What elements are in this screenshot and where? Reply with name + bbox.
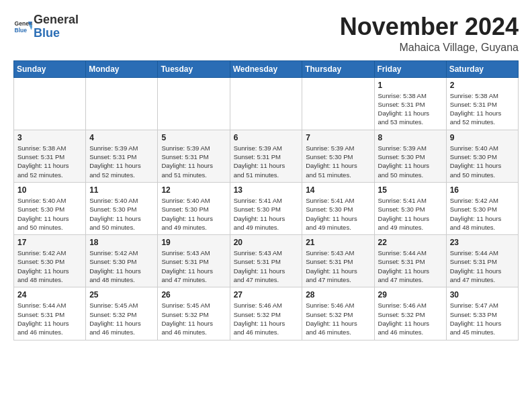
day-info: Sunrise: 5:40 AM Sunset: 5:30 PM Dayligh… — [450, 144, 515, 179]
calendar-cell: 30Sunrise: 5:47 AM Sunset: 5:33 PM Dayli… — [446, 287, 518, 340]
day-number: 27 — [234, 290, 299, 300]
day-number: 16 — [450, 185, 515, 195]
calendar-cell: 1Sunrise: 5:38 AM Sunset: 5:31 PM Daylig… — [374, 77, 446, 130]
logo-text: General Blue — [34, 13, 79, 40]
calendar-cell: 2Sunrise: 5:38 AM Sunset: 5:31 PM Daylig… — [446, 77, 518, 130]
calendar-cell: 18Sunrise: 5:42 AM Sunset: 5:30 PM Dayli… — [86, 235, 158, 287]
calendar-cell: 13Sunrise: 5:41 AM Sunset: 5:30 PM Dayli… — [230, 182, 302, 234]
day-info: Sunrise: 5:42 AM Sunset: 5:30 PM Dayligh… — [17, 248, 82, 284]
header: General Blue General Blue November 2024 … — [13, 13, 519, 54]
day-number: 4 — [89, 133, 154, 142]
day-number: 25 — [89, 290, 154, 300]
calendar-header-sunday: Sunday — [14, 60, 86, 77]
calendar-cell: 28Sunrise: 5:46 AM Sunset: 5:32 PM Dayli… — [302, 287, 374, 340]
day-number: 21 — [306, 238, 370, 247]
day-number: 30 — [450, 290, 515, 300]
day-info: Sunrise: 5:43 AM Sunset: 5:31 PM Dayligh… — [234, 248, 299, 284]
day-number: 3 — [17, 133, 82, 142]
calendar-cell: 24Sunrise: 5:44 AM Sunset: 5:31 PM Dayli… — [14, 287, 86, 340]
day-number: 19 — [161, 238, 226, 247]
day-number: 29 — [378, 290, 443, 300]
day-info: Sunrise: 5:40 AM Sunset: 5:30 PM Dayligh… — [17, 196, 82, 232]
calendar-cell — [86, 77, 158, 130]
calendar-cell: 8Sunrise: 5:39 AM Sunset: 5:30 PM Daylig… — [374, 130, 446, 182]
calendar-cell: 3Sunrise: 5:38 AM Sunset: 5:31 PM Daylig… — [14, 130, 86, 182]
day-info: Sunrise: 5:38 AM Sunset: 5:31 PM Dayligh… — [450, 91, 515, 127]
day-number: 23 — [450, 238, 515, 247]
day-info: Sunrise: 5:45 AM Sunset: 5:32 PM Dayligh… — [89, 301, 154, 336]
day-number: 20 — [234, 238, 299, 247]
day-info: Sunrise: 5:40 AM Sunset: 5:30 PM Dayligh… — [161, 196, 226, 232]
day-number: 24 — [17, 290, 82, 300]
day-info: Sunrise: 5:40 AM Sunset: 5:30 PM Dayligh… — [89, 196, 154, 232]
calendar-week-3: 10Sunrise: 5:40 AM Sunset: 5:30 PM Dayli… — [14, 182, 519, 234]
calendar-cell — [302, 77, 374, 130]
calendar-cell: 27Sunrise: 5:46 AM Sunset: 5:32 PM Dayli… — [230, 287, 302, 340]
day-info: Sunrise: 5:44 AM Sunset: 5:31 PM Dayligh… — [17, 301, 82, 336]
calendar-week-2: 3Sunrise: 5:38 AM Sunset: 5:31 PM Daylig… — [14, 130, 519, 182]
calendar-cell: 23Sunrise: 5:44 AM Sunset: 5:31 PM Dayli… — [446, 235, 518, 287]
calendar-cell: 25Sunrise: 5:45 AM Sunset: 5:32 PM Dayli… — [86, 287, 158, 340]
day-info: Sunrise: 5:41 AM Sunset: 5:30 PM Dayligh… — [234, 196, 299, 232]
calendar-header-thursday: Thursday — [302, 60, 374, 77]
day-number: 13 — [234, 185, 299, 195]
calendar-cell: 17Sunrise: 5:42 AM Sunset: 5:30 PM Dayli… — [14, 235, 86, 287]
day-number: 7 — [306, 133, 370, 142]
day-info: Sunrise: 5:39 AM Sunset: 5:31 PM Dayligh… — [161, 144, 226, 179]
day-info: Sunrise: 5:39 AM Sunset: 5:31 PM Dayligh… — [89, 144, 154, 179]
calendar-cell: 10Sunrise: 5:40 AM Sunset: 5:30 PM Dayli… — [14, 182, 86, 234]
calendar-cell: 15Sunrise: 5:41 AM Sunset: 5:30 PM Dayli… — [374, 182, 446, 234]
day-number: 9 — [450, 133, 515, 142]
day-info: Sunrise: 5:44 AM Sunset: 5:31 PM Dayligh… — [450, 248, 515, 284]
day-info: Sunrise: 5:42 AM Sunset: 5:30 PM Dayligh… — [89, 248, 154, 284]
calendar: SundayMondayTuesdayWednesdayThursdayFrid… — [13, 60, 519, 340]
day-info: Sunrise: 5:38 AM Sunset: 5:31 PM Dayligh… — [378, 91, 443, 127]
logo-icon: General Blue — [13, 17, 32, 36]
calendar-header-friday: Friday — [374, 60, 446, 77]
day-info: Sunrise: 5:39 AM Sunset: 5:30 PM Dayligh… — [378, 144, 443, 179]
title-block: November 2024 Mahaica Village, Guyana — [340, 13, 519, 54]
logo-general: General — [34, 13, 79, 26]
day-info: Sunrise: 5:47 AM Sunset: 5:33 PM Dayligh… — [450, 301, 515, 336]
day-info: Sunrise: 5:46 AM Sunset: 5:32 PM Dayligh… — [234, 301, 299, 336]
calendar-cell: 19Sunrise: 5:43 AM Sunset: 5:31 PM Dayli… — [158, 235, 230, 287]
month-title: November 2024 — [340, 13, 519, 40]
day-number: 2 — [450, 81, 515, 90]
day-info: Sunrise: 5:38 AM Sunset: 5:31 PM Dayligh… — [17, 144, 82, 179]
calendar-header-wednesday: Wednesday — [230, 60, 302, 77]
day-info: Sunrise: 5:41 AM Sunset: 5:30 PM Dayligh… — [378, 196, 443, 232]
day-number: 17 — [17, 238, 82, 247]
calendar-week-1: 1Sunrise: 5:38 AM Sunset: 5:31 PM Daylig… — [14, 77, 519, 130]
day-info: Sunrise: 5:46 AM Sunset: 5:32 PM Dayligh… — [306, 301, 370, 336]
day-number: 6 — [234, 133, 299, 142]
svg-marker-3 — [29, 25, 32, 30]
calendar-cell: 5Sunrise: 5:39 AM Sunset: 5:31 PM Daylig… — [158, 130, 230, 182]
day-number: 15 — [378, 185, 443, 195]
logo: General Blue General Blue — [13, 13, 79, 40]
logo-blue: Blue — [34, 26, 60, 40]
day-number: 5 — [161, 133, 226, 142]
location-title: Mahaica Village, Guyana — [340, 42, 519, 54]
calendar-week-5: 24Sunrise: 5:44 AM Sunset: 5:31 PM Dayli… — [14, 287, 519, 340]
day-info: Sunrise: 5:39 AM Sunset: 5:31 PM Dayligh… — [234, 144, 299, 179]
day-info: Sunrise: 5:44 AM Sunset: 5:31 PM Dayligh… — [378, 248, 443, 284]
calendar-cell — [158, 77, 230, 130]
calendar-cell — [230, 77, 302, 130]
day-number: 8 — [378, 133, 443, 142]
calendar-cell: 20Sunrise: 5:43 AM Sunset: 5:31 PM Dayli… — [230, 235, 302, 287]
day-info: Sunrise: 5:41 AM Sunset: 5:30 PM Dayligh… — [306, 196, 370, 232]
calendar-cell: 4Sunrise: 5:39 AM Sunset: 5:31 PM Daylig… — [86, 130, 158, 182]
day-number: 22 — [378, 238, 443, 247]
calendar-cell: 11Sunrise: 5:40 AM Sunset: 5:30 PM Dayli… — [86, 182, 158, 234]
calendar-cell: 21Sunrise: 5:43 AM Sunset: 5:31 PM Dayli… — [302, 235, 374, 287]
calendar-cell: 22Sunrise: 5:44 AM Sunset: 5:31 PM Dayli… — [374, 235, 446, 287]
calendar-cell: 29Sunrise: 5:46 AM Sunset: 5:32 PM Dayli… — [374, 287, 446, 340]
calendar-header-tuesday: Tuesday — [158, 60, 230, 77]
day-info: Sunrise: 5:43 AM Sunset: 5:31 PM Dayligh… — [161, 248, 226, 284]
day-number: 1 — [378, 81, 443, 90]
calendar-header-row: SundayMondayTuesdayWednesdayThursdayFrid… — [14, 60, 519, 77]
day-info: Sunrise: 5:39 AM Sunset: 5:30 PM Dayligh… — [306, 144, 370, 179]
day-info: Sunrise: 5:42 AM Sunset: 5:30 PM Dayligh… — [450, 196, 515, 232]
day-number: 14 — [306, 185, 370, 195]
day-number: 28 — [306, 290, 370, 300]
